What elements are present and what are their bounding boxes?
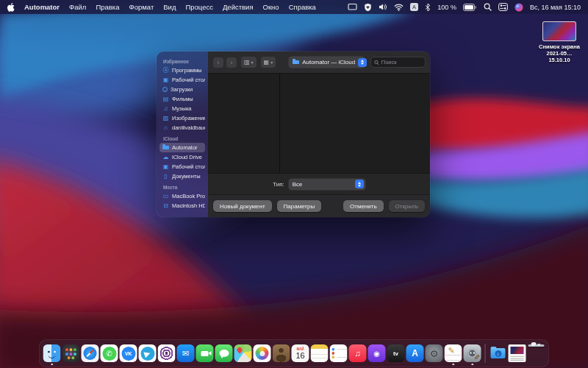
menu-window[interactable]: Окно [263,3,279,11]
group-view-button[interactable]: ▦▾ [261,57,276,68]
sidebar-item-applications[interactable]: ⒶПрограммы [159,66,205,75]
video-camera-icon [201,351,209,356]
new-document-button[interactable]: Новый документ [213,200,272,212]
cancel-button[interactable]: Отменить [343,200,384,212]
dialog-buttons: Новый документ Параметры Отменить Открыт… [208,194,430,217]
calendar-day: 16 [295,352,304,360]
dock-icon-contacts[interactable] [273,344,290,362]
column-view-icon: ▥ [244,59,250,66]
search-field[interactable] [371,57,425,67]
laptop-icon: ▭ [162,193,169,199]
column-view-button[interactable]: ▥▾ [241,57,257,68]
dock-icon-whatsapp[interactable] [101,344,118,362]
sidebar-item-icloud-desktop[interactable]: ▣Рабочий стол [159,162,205,171]
running-indicator [471,364,473,366]
screenshot-label-line2: 2021-05…15.10.10 [537,50,581,63]
music-icon: ♫ [162,105,169,112]
dock-icon-launchpad[interactable] [62,344,80,362]
sidebar-section-favorites: Избранное [163,59,208,64]
sidebar-item-macbook[interactable]: ▭MacBook Pro… [159,191,205,201]
sidebar-item-movies[interactable]: ▤Фильмы [159,94,205,104]
sidebar-item-icloud-drive[interactable]: ☁iCloud Drive [159,152,205,162]
type-popup[interactable]: Все [289,179,365,190]
dock-icon-mail[interactable]: ✉ [177,344,195,362]
siri-icon[interactable] [514,3,523,12]
forward-button[interactable]: › [226,57,237,68]
gear-icon: ⚙ [430,348,439,359]
speech-bubble-icon [219,350,229,357]
desktop: Automator Файл Правка Формат Вид Процесс… [0,0,588,368]
control-center-icon[interactable] [498,3,508,11]
wifi-icon[interactable] [394,4,404,11]
dock-icon-tv[interactable]: tv [387,344,405,362]
menu-file[interactable]: Файл [69,3,86,11]
battery-icon[interactable] [463,4,477,11]
sidebar-item-pictures[interactable]: ▨Изображения [159,113,205,123]
sidebar-item-home[interactable]: ⌂daniilvaldbauer [159,123,205,132]
bluetooth-icon[interactable] [425,3,431,12]
input-source-icon[interactable]: А [410,3,418,11]
menu-app-name[interactable]: Automator [24,3,60,11]
dock-icon-telegram[interactable] [139,344,157,362]
dock-icon-tor-browser[interactable] [158,344,176,362]
apple-menu[interactable] [7,3,15,12]
type-label: Тип: [273,181,284,188]
dock: VK ✉ МАЙ16 ♫ ◉ tv A ⚙ ✎ ✎ [40,340,549,367]
dock-icon-music[interactable]: ♫ [349,344,367,362]
dock-icon-trash[interactable] [528,344,545,362]
dock-icon-notes[interactable] [311,344,329,362]
dock-icon-calendar[interactable]: МАЙ16 [292,344,309,362]
dock-icon-photos[interactable] [254,344,271,362]
options-button[interactable]: Параметры [277,200,322,212]
shield-icon[interactable] [364,3,372,12]
dock-icon-maps[interactable] [234,344,252,362]
open-button[interactable]: Открыть [389,200,425,212]
music-note-icon: ♫ [354,349,360,358]
menu-edit[interactable]: Правка [96,3,119,11]
file-browser[interactable] [208,73,430,174]
chevron-down-icon: ▾ [251,60,254,65]
menu-format[interactable]: Формат [129,3,154,11]
dock-icon-reminders[interactable] [330,344,348,362]
dock-icon-automator[interactable]: ✎ [464,344,481,362]
dock-icon-vk[interactable]: VK [120,344,137,362]
menu-process[interactable]: Процесс [185,3,213,11]
envelope-icon: ✉ [182,349,189,358]
search-input[interactable] [381,59,422,66]
sidebar-item-downloads[interactable]: ↓Загрузки [159,85,205,94]
dock-icon-app-store[interactable]: A [406,344,424,362]
dock-icon-safari[interactable] [82,344,99,362]
folder-icon [162,146,169,150]
dock-icon-messages[interactable] [215,344,233,362]
dialog-main: ‹ › ▥▾ ▦▾ Automator — iCloud Тип: [208,52,430,217]
menu-actions[interactable]: Действия [223,3,254,11]
volume-icon[interactable] [379,3,387,11]
running-indicator [51,364,53,366]
menu-bar: Automator Файл Правка Формат Вид Процесс… [0,0,588,14]
dock-icon-system-preferences[interactable]: ⚙ [426,344,443,362]
dock-icon-recent-document[interactable] [509,344,526,362]
sidebar-item-desktop[interactable]: ▣Рабочий стол [159,75,205,85]
desktop-screenshot-file[interactable]: Снимок экрана 2021-05…15.10.10 [537,21,581,63]
menu-help[interactable]: Справка [289,3,316,11]
dock-icon-finder[interactable] [43,344,61,362]
menu-view[interactable]: Вид [163,3,176,11]
dock-icon-podcasts[interactable]: ◉ [368,344,386,362]
sidebar-item-music[interactable]: ♫Музыка [159,104,205,113]
menubar-clock[interactable]: Вс, 16 мая 15:10 [530,4,581,11]
dock-icon-downloads-folder[interactable] [490,344,507,362]
sidebar-item-automator[interactable]: Automator [159,143,205,152]
dock-icon-facetime[interactable] [196,344,214,362]
movies-icon: ▤ [162,96,169,102]
column-divider [279,74,280,173]
sidebar-item-macintosh-hd[interactable]: ⊟Macintosh HD [159,201,205,210]
file-type-row: Тип: Все [208,174,430,194]
back-button[interactable]: ‹ [213,57,223,68]
location-popup[interactable]: Automator — iCloud [289,57,365,68]
screen-mirroring-icon[interactable] [348,3,357,11]
dock-icon-textedit[interactable]: ✎ [445,344,462,362]
home-icon: ⌂ [162,124,169,131]
sidebar-item-documents[interactable]: ▯Документы [159,171,205,181]
dialog-sidebar: Избранное ⒶПрограммы ▣Рабочий стол ↓Загр… [157,52,208,217]
spotlight-icon[interactable] [484,3,492,11]
